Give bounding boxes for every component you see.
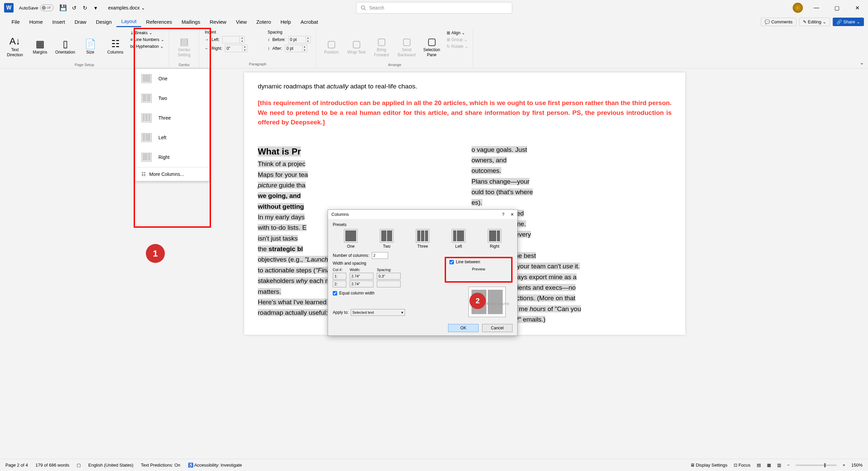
- zoom-in-icon[interactable]: +: [843, 463, 845, 468]
- preset-left[interactable]: Left: [452, 229, 465, 249]
- editing-mode-button[interactable]: ✎ Editing ⌄: [799, 18, 830, 26]
- dialog-title: Columns: [331, 212, 502, 217]
- accessibility-indicator[interactable]: ♿ Accessibility: Investigate: [188, 463, 242, 468]
- annotation-marker-2: 2: [469, 293, 486, 309]
- cancel-button[interactable]: Cancel: [482, 324, 513, 332]
- search-input[interactable]: Search: [356, 2, 512, 14]
- group-button: ⊞ Group ⌄: [445, 37, 469, 43]
- document-name[interactable]: examples.docx ⌄: [108, 5, 145, 11]
- avatar[interactable]: [793, 3, 803, 13]
- minimize-button[interactable]: —: [810, 5, 823, 11]
- maximize-button[interactable]: ▢: [830, 5, 844, 11]
- search-icon: [361, 5, 366, 11]
- columns-two[interactable]: Two: [135, 88, 209, 108]
- redo-icon[interactable]: ↻: [80, 3, 90, 13]
- save-icon[interactable]: 💾: [58, 3, 68, 13]
- zoom-out-icon[interactable]: −: [787, 463, 790, 468]
- ribbon: A↓Text Direction ▦Margins ▯Orientation 📄…: [0, 28, 868, 68]
- tab-insert[interactable]: Insert: [47, 17, 70, 27]
- close-button[interactable]: ✕: [850, 5, 864, 11]
- preset-right[interactable]: Right: [488, 229, 501, 249]
- more-columns[interactable]: ☷ More Columns...: [135, 167, 209, 181]
- width-2-input[interactable]: 2.74": [350, 281, 373, 287]
- text-predictions-indicator[interactable]: Text Predictions: On: [141, 463, 180, 468]
- titlebar: W AutoSave Off 💾 ↺ ↻ ▾ examples.docx ⌄ S…: [0, 0, 868, 16]
- word-count[interactable]: 179 of 686 words: [36, 463, 70, 468]
- zoom-level[interactable]: 150%: [851, 463, 863, 468]
- columns-dropdown: One Two Three Left Right ☷ More Columns.…: [135, 68, 210, 181]
- columns-left[interactable]: Left: [135, 128, 209, 147]
- selection-pane-button[interactable]: ▢Selection Pane: [420, 30, 443, 63]
- dialog-close-icon[interactable]: ✕: [510, 212, 514, 217]
- columns-dialog: Columns ? ✕ Presets One Two Three Left R…: [328, 209, 518, 336]
- spacing-after-input[interactable]: 0 pt▴▾: [285, 45, 307, 52]
- read-mode-icon[interactable]: ▤: [757, 463, 761, 468]
- collapse-ribbon-icon[interactable]: ⌄: [860, 60, 864, 65]
- ok-button[interactable]: OK: [448, 324, 479, 332]
- hyphenation-button[interactable]: bc Hyphenation ⌄: [129, 43, 166, 49]
- columns-right[interactable]: Right: [135, 147, 209, 167]
- tab-home[interactable]: Home: [24, 17, 47, 27]
- tab-file[interactable]: File: [7, 17, 24, 27]
- tab-design[interactable]: Design: [91, 17, 117, 27]
- web-layout-icon[interactable]: ▥: [777, 463, 781, 468]
- columns-three[interactable]: Three: [135, 108, 209, 128]
- spacing-before-input[interactable]: 0 pt▴▾: [288, 36, 311, 43]
- line-between-checkbox[interactable]: Line between: [449, 260, 508, 264]
- svg-line-1: [364, 9, 366, 10]
- body-text: dynamic roadmaps that actually adapt to …: [258, 83, 672, 90]
- spacing-1-input[interactable]: 0.3": [377, 273, 401, 280]
- genko-setting-button[interactable]: ▤Genko Setting: [173, 30, 196, 63]
- page-setup-group-label: Page Setup: [3, 63, 166, 67]
- tab-layout[interactable]: Layout: [116, 16, 141, 27]
- width-1-input[interactable]: 2.74": [350, 273, 373, 280]
- spacing-2-input[interactable]: [377, 281, 401, 287]
- tab-view[interactable]: View: [231, 17, 251, 27]
- ribbon-tabs: File Home Insert Draw Design Layout Refe…: [0, 16, 868, 28]
- text-direction-button[interactable]: A↓Text Direction: [3, 30, 26, 63]
- tab-help[interactable]: Help: [276, 17, 296, 27]
- margins-button[interactable]: ▦Margins: [28, 30, 52, 63]
- autosave-toggle[interactable]: Off: [40, 4, 54, 11]
- line-numbers-button[interactable]: ≡ Line Numbers ⌄: [129, 37, 166, 43]
- zoom-slider[interactable]: [796, 465, 836, 466]
- preset-one[interactable]: One: [344, 229, 358, 249]
- share-button[interactable]: 🔗 Share ⌄: [833, 18, 864, 26]
- wrap-text-button: ▢Wrap Text: [345, 30, 368, 63]
- statusbar: Page 2 of 4 179 of 686 words ▢ English (…: [0, 459, 868, 471]
- svg-point-0: [361, 6, 365, 9]
- tab-references[interactable]: References: [141, 17, 177, 27]
- annotation-box-2: Line between Preview: [445, 257, 513, 283]
- columns-one[interactable]: One: [135, 69, 209, 88]
- breaks-button[interactable]: ⤓ Breaks ⌄: [129, 30, 166, 36]
- number-of-columns-input[interactable]: [372, 252, 388, 259]
- page-indicator[interactable]: Page 2 of 4: [5, 463, 28, 468]
- rotate-button: ↻ Rotate ⌄: [445, 43, 469, 49]
- tab-acrobat[interactable]: Acrobat: [296, 17, 323, 27]
- preset-three[interactable]: Three: [416, 229, 429, 249]
- qat-customize-icon[interactable]: ▾: [91, 3, 100, 13]
- orientation-button[interactable]: ▯Orientation: [54, 30, 77, 63]
- tab-draw[interactable]: Draw: [70, 17, 91, 27]
- dialog-help-icon[interactable]: ?: [502, 212, 504, 217]
- language-indicator[interactable]: English (United States): [88, 463, 133, 468]
- size-button[interactable]: 📄Size: [79, 30, 102, 63]
- focus-mode[interactable]: ⊡ Focus: [734, 463, 751, 468]
- comments-button[interactable]: 💬 Comments: [761, 18, 796, 26]
- preset-two[interactable]: Two: [380, 229, 393, 249]
- indent-left-input[interactable]: ▴▾: [222, 36, 245, 43]
- autosave-label: AutoSave: [19, 5, 38, 11]
- undo-icon[interactable]: ↺: [69, 3, 79, 13]
- tab-zotero[interactable]: Zotero: [252, 17, 276, 27]
- word-icon: W: [4, 3, 14, 13]
- indent-right-input[interactable]: 0"▴▾: [225, 45, 247, 52]
- tab-mailings[interactable]: Mailings: [177, 17, 205, 27]
- tab-review[interactable]: Review: [205, 17, 231, 27]
- align-button[interactable]: ⊞ Align ⌄: [445, 30, 469, 36]
- display-settings[interactable]: 🖥 Display Settings: [690, 463, 728, 468]
- columns-button[interactable]: ☷Columns: [104, 30, 127, 63]
- print-layout-icon[interactable]: ▦: [767, 463, 771, 468]
- annotation-marker-1: 1: [146, 244, 165, 263]
- apply-to-select[interactable]: Selected text: [351, 309, 405, 316]
- editor-note: [this requirement of introduction can be…: [258, 98, 672, 127]
